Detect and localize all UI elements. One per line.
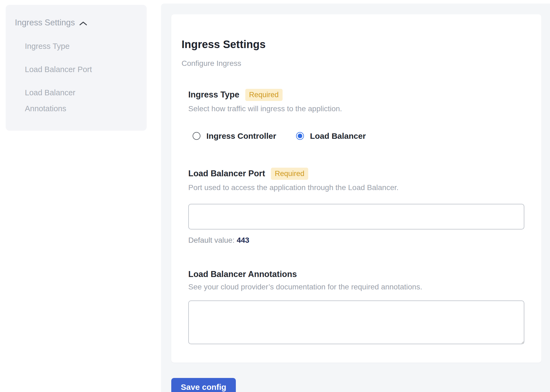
lb-annotations-description: See your cloud provider’s documentation … — [188, 283, 525, 291]
section-label-row: Ingress Type Required — [188, 89, 525, 101]
sidebar-section-toggle[interactable]: Ingress Settings — [15, 17, 138, 29]
default-value: 443 — [237, 236, 249, 244]
page-subtitle: Configure Ingress — [182, 59, 525, 68]
sidebar-item-load-balancer-port[interactable]: Load Balancer Port — [25, 62, 118, 77]
default-value-label: Default value: — [188, 236, 234, 244]
ingress-settings-card: Ingress Settings Configure Ingress Ingre… — [171, 14, 541, 363]
form-sections: Ingress Type Required Select how traffic… — [188, 89, 525, 344]
chevron-up-icon — [79, 18, 87, 29]
sidebar: Ingress Settings Ingress Type Load Balan… — [6, 5, 147, 131]
ingress-type-radio-group: Ingress Controller Load Balancer — [193, 131, 525, 141]
radio-label-ingress-controller: Ingress Controller — [206, 131, 276, 141]
sidebar-item-list: Ingress Type Load Balancer Port Load Bal… — [25, 38, 138, 117]
lb-port-label: Load Balancer Port — [188, 169, 265, 178]
left-column: Ingress Settings Ingress Type Load Balan… — [0, 0, 161, 392]
page-title: Ingress Settings — [182, 38, 525, 50]
sidebar-item-load-balancer-annotations[interactable]: Load Balancer Annotations — [25, 85, 118, 117]
lb-annotations-textarea[interactable] — [188, 300, 524, 344]
sidebar-item-ingress-type[interactable]: Ingress Type — [25, 38, 118, 54]
default-value-line: Default value:443 — [188, 236, 525, 245]
section-load-balancer-port: Load Balancer Port Required Port used to… — [188, 168, 525, 245]
section-load-balancer-annotations: Load Balancer Annotations See your cloud… — [188, 269, 525, 344]
section-ingress-type: Ingress Type Required Select how traffic… — [188, 89, 525, 141]
radio-selected-icon — [296, 132, 304, 140]
main-panel: Ingress Settings Configure Ingress Ingre… — [161, 4, 550, 392]
sidebar-section-label: Ingress Settings — [15, 17, 75, 28]
required-badge: Required — [245, 89, 283, 101]
required-badge: Required — [271, 168, 308, 180]
radio-label-load-balancer: Load Balancer — [310, 131, 366, 141]
ingress-type-label: Ingress Type — [188, 90, 239, 100]
page: Ingress Settings Ingress Type Load Balan… — [0, 0, 550, 392]
ingress-type-description: Select how traffic will ingress to the a… — [188, 104, 525, 113]
radio-option-ingress-controller[interactable]: Ingress Controller — [193, 131, 276, 141]
lb-port-input[interactable] — [188, 204, 524, 229]
lb-annotations-label: Load Balancer Annotations — [188, 269, 297, 279]
save-config-button[interactable]: Save config — [171, 378, 236, 392]
section-label-row: Load Balancer Annotations — [188, 269, 525, 279]
lb-port-description: Port used to access the application thro… — [188, 183, 525, 192]
section-label-row: Load Balancer Port Required — [188, 168, 525, 180]
radio-unselected-icon — [193, 132, 200, 140]
radio-option-load-balancer[interactable]: Load Balancer — [296, 131, 366, 141]
